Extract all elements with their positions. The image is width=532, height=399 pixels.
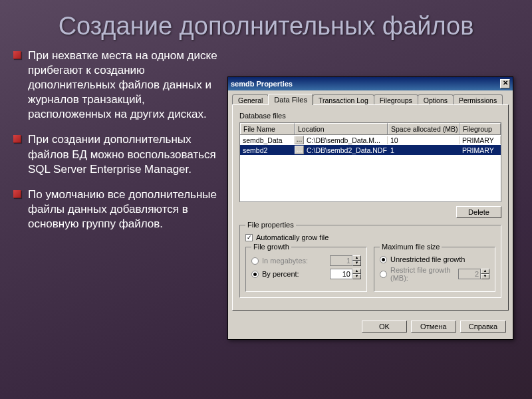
radio-unrestricted[interactable] [380,256,387,263]
col-space[interactable]: Space allocated (MB) [388,123,460,134]
bullet-item: При нехватке места на одном диске прибег… [13,49,219,122]
spinner-down-icon[interactable]: ▼ [481,274,489,279]
unrestricted-label: Unrestricted file growth [390,255,466,263]
tab-data-files[interactable]: Data Files [268,94,313,105]
col-file-name[interactable]: File Name [240,123,295,134]
max-size-group: Maximum file size Unrestricted file grow… [374,247,495,292]
table-row[interactable]: semdb_Data ... C:\DB\semdb_Data.M... 10 … [240,135,501,145]
spinner-up-icon[interactable]: ▲ [352,269,361,274]
percent-input[interactable] [330,269,352,279]
spinner-up-icon[interactable]: ▲ [481,269,489,274]
close-icon[interactable]: ✕ [500,79,510,88]
in-megabytes-label: In megabytes: [262,257,308,265]
by-percent-label: By percent: [262,270,299,278]
bullet-item: По умолчанию все дополнительные файлы да… [13,188,219,231]
cell-location: C:\DB\sembd2_Data.NDF [304,146,388,154]
file-growth-group: File growth In megabytes: ▲▼ By percent:… [245,247,367,292]
ok-button[interactable]: OK [362,321,407,332]
file-properties-group: File properties ✓ Automatically grow fil… [239,225,501,298]
radio-by-percent[interactable] [251,271,259,278]
cell-filegroup: PRIMARY [460,146,501,154]
dialog-title: semdb Properties [231,80,293,88]
tab-panel: Database files File Name Location Space … [232,104,509,311]
cell-location: C:\DB\semdb_Data.M... [304,136,388,144]
spinner-down-icon[interactable]: ▼ [352,261,361,266]
bullet-item: При создании дополнительных файлов БД мо… [13,132,219,176]
cell-space: 10 [388,136,460,144]
col-location[interactable]: Location [295,123,388,134]
cancel-button[interactable]: Отмена [411,321,456,332]
browse-icon[interactable]: ... [295,146,304,154]
max-size-label: Maximum file size [380,243,442,251]
cell-file-name: semdb_Data [240,136,295,144]
cell-file-name: sembd2 [240,146,295,154]
auto-grow-label: Automatically grow file [256,233,329,241]
database-files-label: Database files [239,112,501,120]
restrict-input [458,269,481,279]
browse-icon[interactable]: ... [295,136,304,144]
table-row[interactable]: sembd2 ... C:\DB\sembd2_Data.NDF 1 PRIMA… [240,145,501,155]
cell-space: 1 [388,146,460,154]
file-properties-label: File properties [245,221,296,229]
bullet-list: При нехватке места на одном диске прибег… [13,49,219,242]
col-filegroup[interactable]: Filegroup [460,123,501,134]
radio-in-megabytes[interactable] [251,257,259,265]
restrict-label: Restrict file growth (MB): [390,266,455,282]
auto-grow-checkbox[interactable]: ✓ [245,234,253,241]
tab-strip: General Data Files Transaction Log Fileg… [228,90,513,105]
radio-restrict[interactable] [380,271,387,278]
titlebar[interactable]: semdb Properties ✕ [228,77,513,90]
spinner-up-icon[interactable]: ▲ [352,255,361,261]
files-grid[interactable]: File Name Location Space allocated (MB) … [239,122,501,202]
help-button[interactable]: Справка [460,321,506,332]
spinner-down-icon[interactable]: ▼ [352,274,361,279]
delete-button[interactable]: Delete [456,206,501,218]
file-growth-label: File growth [251,243,291,251]
slide-title: Создание дополнительных файлов [0,0,532,49]
cell-filegroup: PRIMARY [460,136,501,144]
megabytes-input [330,255,352,266]
properties-dialog: semdb Properties ✕ General Data Files Tr… [227,76,513,340]
grid-header: File Name Location Space allocated (MB) … [240,123,501,135]
